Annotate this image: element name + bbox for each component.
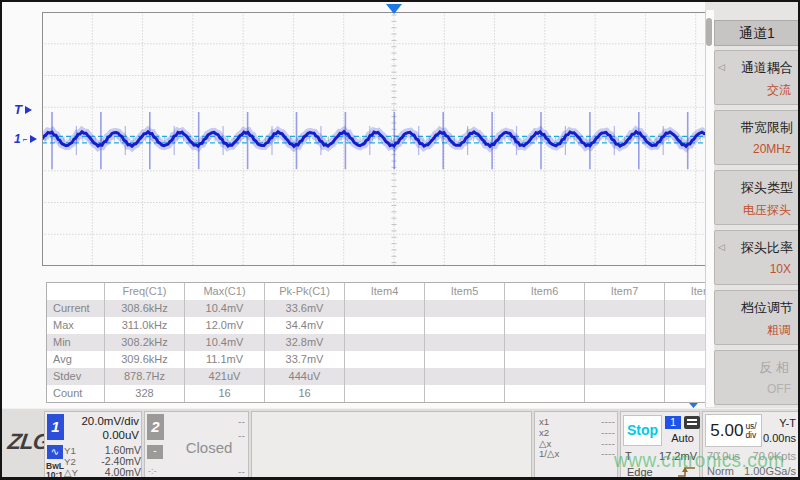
run-state-indicator[interactable]: Stop <box>623 415 662 446</box>
table-cell: 33.6mV <box>265 300 345 317</box>
table-cell: 444uV <box>265 368 345 385</box>
table-header-cell <box>47 283 105 300</box>
x-cursor-row-value: ---- <box>601 427 615 438</box>
table-cell <box>425 334 505 351</box>
table-cell <box>665 385 709 402</box>
row-label: Max <box>47 317 105 334</box>
sidebar-item-6[interactable]: 反相OFF <box>714 350 800 405</box>
table-cell <box>345 368 425 385</box>
sidebar-item-4[interactable]: ◁探头比率10X <box>714 230 800 285</box>
channel2-misc-left: -:- <box>148 466 168 476</box>
table-row: Stdev878.7Hz421uV444uV <box>47 368 709 385</box>
table-cell: 11.1mV <box>185 351 265 368</box>
trigger-position-marker-icon[interactable] <box>386 4 402 14</box>
right-arrow-icon <box>25 106 32 114</box>
channel1-offset: 0.00uV <box>66 429 139 441</box>
menu-item-value: 10X <box>770 262 791 276</box>
table-cell <box>425 317 505 334</box>
measurement-table: Freq(C1)Max(C1)Pk-Pk(C1)Item4Item5Item6I… <box>46 282 709 403</box>
row-label: Min <box>47 334 105 351</box>
x-cursor-row-label: x2 <box>539 427 549 437</box>
table-row: Max311.0kHz12.0mV34.4mV <box>47 317 709 334</box>
table-cell <box>505 351 585 368</box>
x-cursor-readouts: x1----x2----△x----1/△x---- <box>539 416 615 459</box>
channel1-scale: 20.0mV/div <box>66 415 139 427</box>
table-cell <box>345 351 425 368</box>
channel2-coupling-icon: - <box>147 445 163 459</box>
table-cell: 16 <box>265 385 345 402</box>
table-cell <box>665 334 709 351</box>
trigger-coupling-dc-icon <box>684 416 700 429</box>
sidebar-item-5[interactable]: 档位调节粗调 <box>714 290 800 345</box>
table-row: Avg309.6kHz11.1mV33.7mV <box>47 351 709 368</box>
table-cell: 32.8mV <box>265 334 345 351</box>
menu-item-label: 探头类型 <box>741 179 793 197</box>
table-cell <box>585 334 665 351</box>
waveform-plot <box>42 12 706 266</box>
channel1-marker-label: 1 <box>14 132 21 146</box>
empty-readout-box <box>251 411 532 479</box>
y-cursor-row-value: -2.40mV <box>101 456 141 467</box>
menu-item-value: 交流 <box>767 82 791 99</box>
table-header-cell: Item8 <box>665 283 709 300</box>
menu-item-label: 通道耦合 <box>741 59 793 77</box>
ground-icon: ⌐ <box>23 135 28 144</box>
timebase-scale: 5.00 <box>710 421 743 441</box>
sidebar-scrollbar[interactable] <box>705 10 714 407</box>
table-cell: 328 <box>105 385 185 402</box>
x-cursor-box[interactable]: x1----x2----△x----1/△x---- <box>534 411 618 479</box>
table-cell <box>425 385 505 402</box>
table-cell <box>665 317 709 334</box>
table-cell <box>425 368 505 385</box>
sidebar-title: 通道1 <box>714 20 800 46</box>
table-header-cell: Freq(C1) <box>105 283 185 300</box>
table-header-cell: Item5 <box>425 283 505 300</box>
channel1-cursor-readouts: Y11.60mVY2-2.40mV△Y4.00mV△Y/△X---- <box>64 445 141 480</box>
menu-item-label: 带宽限制 <box>741 119 793 137</box>
right-arrow-icon <box>30 135 37 143</box>
menu-item-value: 粗调 <box>767 322 791 339</box>
channel1-badge: 1 <box>47 414 64 440</box>
channel2-status: Closed <box>173 439 245 456</box>
menu-item-label: 探头比率 <box>741 239 793 257</box>
probe-ratio-flag: 10:1 <box>46 470 63 480</box>
channel1-ground-marker[interactable]: 1 ⌐ <box>14 132 37 146</box>
table-cell: 878.7Hz <box>105 368 185 385</box>
table-cell <box>505 334 585 351</box>
table-row: Count3281616 <box>47 385 709 402</box>
ac-coupling-icon: ∿ <box>47 445 63 459</box>
channel1-info-box[interactable]: 1 20.0mV/div 0.00uV ∿ BwL 10:1 Y11.60mVY… <box>44 411 142 479</box>
table-cell <box>345 334 425 351</box>
x-cursor-row-label: 1/△x <box>539 449 559 459</box>
x-cursor-row: 1/△x---- <box>539 448 615 459</box>
trigger-level-marker[interactable]: T <box>14 102 32 117</box>
table-cell: 311.0kHz <box>105 317 185 334</box>
row-label: Current <box>47 300 105 317</box>
table-cell: 308.2kHz <box>105 334 185 351</box>
table-cell: 34.4mV <box>265 317 345 334</box>
x-cursor-row-value: ---- <box>601 448 615 459</box>
table-cell: 10.4mV <box>185 300 265 317</box>
y-cursor-row: Y2-2.40mV <box>64 456 141 467</box>
sidebar-scrollbar-thumb[interactable] <box>706 18 712 46</box>
table-cell <box>585 317 665 334</box>
table-cell <box>665 351 709 368</box>
menu-item-label: 档位调节 <box>741 299 793 317</box>
table-row: Current308.6kHz10.4mV33.6mV <box>47 300 709 317</box>
sidebar-item-3[interactable]: 探头类型电压探头 <box>714 170 800 225</box>
table-cell <box>505 300 585 317</box>
table-header-cell: Item6 <box>505 283 585 300</box>
trigger-level-label: T <box>14 102 22 117</box>
table-cell <box>665 368 709 385</box>
table-header-cell: Item4 <box>345 283 425 300</box>
table-cell: 10.4mV <box>185 334 265 351</box>
table-cell: 308.6kHz <box>105 300 185 317</box>
table-cell: 12.0mV <box>185 317 265 334</box>
watermark: www.cntronics.com <box>614 449 785 472</box>
trigger-mode: Auto <box>665 432 700 444</box>
sidebar-item-1[interactable]: ◁通道耦合交流 <box>714 50 800 105</box>
sidebar-item-2[interactable]: 带宽限制20MHz <box>714 110 800 165</box>
channel2-info-box[interactable]: 2 -- -- - Closed -:- -- <box>144 411 249 479</box>
table-cell: 33.7mV <box>265 351 345 368</box>
y-cursor-row-label: △Y <box>64 467 78 477</box>
